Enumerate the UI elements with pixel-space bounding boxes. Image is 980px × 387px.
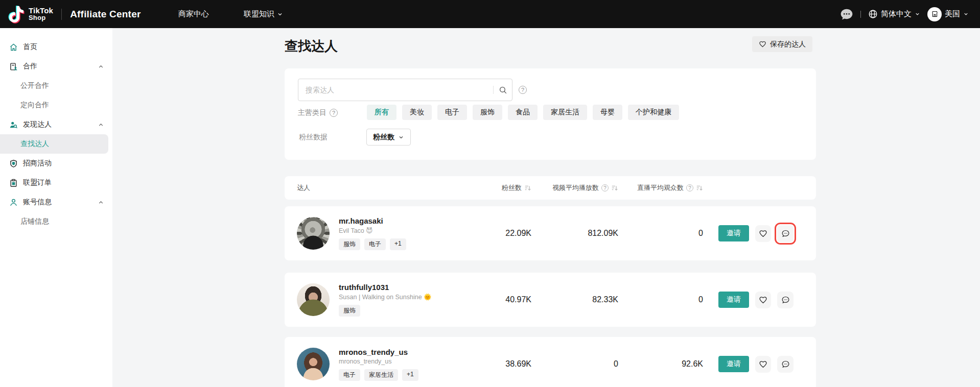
chat-button[interactable] (777, 292, 794, 308)
column-label: 视频平均播放数 (552, 183, 599, 192)
favorite-button[interactable] (755, 356, 772, 373)
sidebar-item[interactable]: 联盟订单 (0, 173, 112, 192)
category-chip[interactable]: 家居生活 (543, 105, 587, 120)
help-icon[interactable]: ? (601, 184, 609, 191)
chat-icon (781, 296, 790, 304)
category-tag: 家居生活 (364, 369, 398, 381)
heart-icon (759, 296, 767, 304)
chevron-up-icon (98, 63, 104, 70)
category-chip[interactable]: 电子 (437, 105, 467, 120)
saved-creators-button[interactable]: 保存的达人 (752, 36, 812, 52)
region-label: 美国 (945, 9, 960, 19)
sidebar-item[interactable]: 合作 (0, 57, 112, 76)
sidebar-item[interactable]: 发现达人 (0, 115, 112, 134)
sidebar-item-label: 首页 (23, 42, 104, 52)
category-chip[interactable]: 母婴 (593, 105, 622, 120)
creator-cell[interactable]: truthfully1031 Susan | Walking on Sunshi… (297, 283, 465, 317)
sidebar-item-label: 定向合作 (20, 101, 104, 110)
search-help-icon[interactable]: ? (519, 86, 527, 94)
creator-username[interactable]: mronos_trendy_us (339, 348, 418, 356)
creator-tags: 电子家居生活+1 (339, 369, 418, 381)
sidebar-item[interactable]: 首页 (0, 37, 112, 57)
cooperation-icon (9, 62, 18, 71)
brand: TikTok Shop Affiliate Center (8, 0, 141, 28)
creator-cell[interactable]: mronos_trendy_us mronos_trendy_us 电子家居生活… (297, 348, 465, 381)
chevron-down-icon (963, 11, 969, 17)
category-tag: 电子 (339, 369, 360, 381)
sidebar-item-label: 发现达人 (23, 120, 98, 129)
column-avg-live-viewers[interactable]: 直播平均观众数 ? (618, 183, 703, 192)
category-chip[interactable]: 美妆 (402, 105, 432, 120)
follower-count-dropdown[interactable]: 粉丝数 (366, 129, 411, 146)
category-label-text: 主营类目 (298, 108, 326, 117)
category-tag: 服饰 (339, 305, 360, 317)
chat-button[interactable] (777, 225, 794, 242)
page-title: 查找达人 (285, 37, 338, 55)
chat-button[interactable] (777, 356, 794, 373)
category-chip[interactable]: 食品 (508, 105, 538, 120)
invite-button[interactable]: 邀请 (718, 292, 749, 308)
search-icon[interactable] (494, 86, 512, 94)
language-selector[interactable]: 简体中文 (868, 9, 920, 19)
sort-icon[interactable] (611, 184, 618, 191)
avatar[interactable] (297, 348, 330, 380)
avg-live-viewers-value: 92.6K (682, 359, 703, 369)
message-icon[interactable] (840, 8, 853, 21)
sort-icon[interactable] (696, 184, 703, 191)
logo-line2: Shop (29, 14, 53, 21)
nav-seller-center[interactable]: 商家中心 (178, 0, 209, 28)
category-chip[interactable]: 服饰 (473, 105, 502, 120)
nav-affiliate-knowledge[interactable]: 联盟知识 (244, 0, 283, 28)
invite-button[interactable]: 邀请 (718, 356, 749, 372)
category-chip[interactable]: 所有 (367, 105, 396, 120)
sidebar-item[interactable]: 账号信息 (0, 192, 112, 212)
creator-row: mr.hagasaki Evil Taco 😈 服饰电子+1 22.09K 81… (285, 206, 816, 260)
sidebar-item[interactable]: 查找达人 (0, 134, 108, 154)
sort-icon[interactable] (524, 184, 531, 191)
avg-video-views-value: 0 (614, 359, 618, 369)
sidebar-item[interactable]: 公开合作 (0, 76, 112, 95)
creator-cell[interactable]: mr.hagasaki Evil Taco 😈 服饰电子+1 (297, 216, 465, 250)
region-selector[interactable]: 美国 (927, 7, 969, 21)
avatar[interactable] (297, 217, 330, 250)
sidebar-item[interactable]: 招商活动 (0, 154, 112, 173)
favorite-button[interactable] (755, 225, 772, 242)
sidebar-item-label: 查找达人 (20, 139, 100, 149)
followers-value: 40.97K (505, 295, 531, 304)
creator-username[interactable]: truthfully1031 (339, 283, 432, 292)
column-creator: 达人 (297, 183, 465, 192)
column-followers[interactable]: 粉丝数 (465, 183, 531, 192)
chat-icon (781, 229, 790, 238)
category-filter-label: 主营类目 ? (298, 108, 338, 117)
favorite-button[interactable] (755, 292, 772, 308)
creator-username[interactable]: mr.hagasaki (339, 216, 406, 225)
table-header: 达人 粉丝数 视频平均播放数 ? 直播平均观众数 ? (285, 176, 816, 200)
heart-icon (759, 360, 767, 369)
sidebar-item-label: 联盟订单 (23, 178, 104, 187)
topbar-right: 简体中文 美国 (840, 0, 969, 28)
sidebar-item-label: 账号信息 (23, 198, 98, 207)
category-help-icon[interactable]: ? (330, 109, 338, 117)
creator-subtitle: Evil Taco 😈 (339, 227, 406, 234)
category-chip[interactable]: 个护和健康 (628, 105, 679, 120)
help-icon[interactable]: ? (686, 184, 693, 191)
avg-live-viewers-value: 0 (698, 229, 703, 238)
column-label: 粉丝数 (502, 183, 522, 192)
avatar[interactable] (297, 283, 330, 316)
sidebar-item-label: 招商活动 (23, 159, 104, 168)
sidebar-item[interactable]: 店铺信息 (0, 212, 112, 231)
follower-dropdown-value: 粉丝数 (373, 133, 394, 142)
globe-icon (868, 9, 878, 19)
column-label: 达人 (297, 183, 310, 192)
column-avg-video-views[interactable]: 视频平均播放数 ? (531, 183, 618, 192)
creator-subtitle: Susan | Walking on Sunshine 🌞 (339, 293, 432, 301)
brand-divider (61, 9, 62, 20)
invite-button[interactable]: 邀请 (718, 225, 749, 241)
category-tag: 电子 (364, 238, 386, 250)
follower-label-text: 粉丝数据 (299, 133, 328, 142)
sidebar-item[interactable]: 定向合作 (0, 95, 112, 115)
shield-icon (9, 159, 18, 168)
search-input[interactable] (298, 86, 493, 94)
creator-row: mronos_trendy_us mronos_trendy_us 电子家居生活… (285, 337, 816, 387)
creator-subtitle: mronos_trendy_us (339, 358, 418, 365)
